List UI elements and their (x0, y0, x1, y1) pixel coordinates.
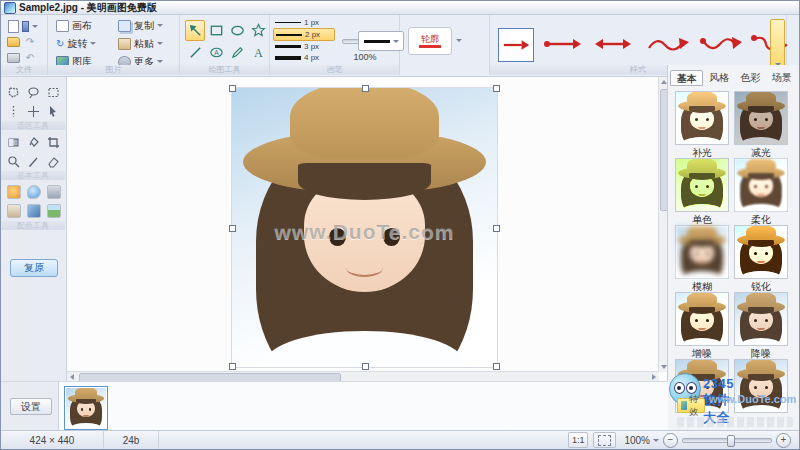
polygon-select-tool[interactable] (4, 83, 23, 101)
redo-button[interactable]: ↷ (22, 35, 38, 49)
ellipse-tool[interactable] (227, 20, 247, 41)
filter-fill-light[interactable]: 补光 (675, 91, 729, 160)
tab-style[interactable]: 风格 (703, 70, 734, 86)
outline-label: 轮廓 (421, 35, 439, 44)
line-width-3px[interactable]: 3 px (273, 41, 335, 52)
rotate-dropdown-icon[interactable] (90, 42, 96, 45)
paste-dropdown-icon[interactable] (157, 42, 163, 45)
frame-tool[interactable] (4, 202, 23, 220)
zoom-slider-handle[interactable] (727, 435, 735, 447)
filter-thumb-extra-left[interactable] (675, 359, 729, 413)
zoom-tool[interactable] (4, 152, 23, 170)
zoom-in-button[interactable]: + (776, 433, 791, 448)
freehand-select-tool[interactable] (4, 102, 23, 120)
star-tool[interactable] (248, 20, 268, 41)
basic-tools-label: 基本工具 (1, 171, 65, 180)
copy-label: 复制 (134, 19, 154, 33)
line-width-2px[interactable]: 2 px (273, 28, 335, 41)
edited-photo[interactable]: www.DuoTe.com (232, 88, 497, 367)
crosshair-select-tool[interactable] (24, 102, 43, 120)
print-button[interactable] (5, 51, 21, 65)
brush-group-label: 画笔 (270, 65, 399, 75)
select-arrow-tool[interactable] (185, 20, 205, 41)
waterdrop-tool[interactable] (24, 183, 43, 201)
line-tool[interactable] (185, 42, 205, 63)
fill-tool[interactable] (24, 133, 43, 151)
pencil-icon (230, 45, 245, 60)
callout-tool[interactable]: A (206, 42, 226, 63)
line-width-1px[interactable]: 1 px (273, 17, 335, 28)
zoom-dropdown-icon[interactable] (653, 439, 659, 442)
rotate-button[interactable]: ↻ 旋转 (54, 36, 98, 51)
texture-tool[interactable] (44, 183, 63, 201)
pen-tool[interactable] (24, 152, 43, 170)
rectangle-tool[interactable] (206, 20, 226, 41)
selection-handle-sw[interactable] (229, 363, 236, 370)
restore-button[interactable]: 复原 (10, 259, 58, 277)
copy-button[interactable]: 复制 (116, 18, 165, 33)
new-file-button[interactable] (5, 19, 21, 33)
tab-color[interactable]: 色彩 (735, 70, 766, 86)
selection-handle-ne[interactable] (493, 85, 500, 92)
lasso-tool[interactable] (24, 83, 43, 101)
zoom-out-button[interactable]: − (663, 433, 678, 448)
save-button[interactable] (22, 19, 38, 33)
copy-dropdown-icon[interactable] (157, 24, 163, 27)
title-bar[interactable]: Sample2.jpg - 美明画图免费版 (1, 1, 799, 15)
crop-tool[interactable] (44, 133, 63, 151)
eraser-tool[interactable] (44, 152, 63, 170)
selection-handle-nw[interactable] (229, 85, 236, 92)
line-style-dropdown[interactable] (358, 31, 404, 51)
arrow-style-double[interactable] (592, 33, 634, 55)
fit-window-button[interactable] (593, 432, 616, 448)
filter-denoise[interactable]: 降噪 (734, 292, 788, 361)
settings-button[interactable]: 设置 (10, 398, 52, 415)
save-dropdown-icon[interactable] (32, 25, 38, 28)
selection-handle-s[interactable] (362, 363, 369, 370)
outline-dropdown-icon[interactable] (456, 39, 462, 42)
move-tool[interactable] (44, 102, 63, 120)
text-tool[interactable]: A (248, 42, 268, 63)
arrow-style-dot-straight[interactable] (542, 33, 584, 55)
open-folder-icon (7, 37, 20, 47)
filter-sharpen[interactable]: 锐化 (734, 225, 788, 294)
line-width-4px[interactable]: 4 px (273, 52, 335, 63)
undo-button[interactable]: ↶ (22, 51, 38, 65)
new-page-icon (8, 20, 19, 33)
filter-soften[interactable]: 柔化 (734, 158, 788, 227)
gradient-tool[interactable] (4, 133, 23, 151)
canvas-button[interactable]: 画布 (54, 18, 94, 33)
selection-handle-w[interactable] (229, 225, 236, 232)
tab-scene[interactable]: 场景 (766, 70, 797, 86)
style-gallery-dropdown-button[interactable] (770, 19, 785, 71)
photo-effect-tool[interactable] (24, 202, 43, 220)
filter-dim-light[interactable]: 减光 (734, 91, 788, 160)
rect-select-tool[interactable] (44, 83, 63, 101)
selection-handle-n[interactable] (362, 85, 369, 92)
scene-tool[interactable] (44, 202, 63, 220)
arrow-style-dot-wave[interactable] (698, 33, 744, 57)
more-dropdown-icon[interactable] (157, 60, 163, 63)
save-icon (22, 21, 29, 32)
tab-basic[interactable]: 基本 (670, 70, 703, 86)
canvas-area[interactable]: www.DuoTe.com (67, 77, 669, 382)
selection-handle-e[interactable] (493, 225, 500, 232)
rect-select-icon (47, 86, 60, 99)
filter-blur[interactable]: 模糊 (675, 225, 729, 294)
image-group-label: 图片 (48, 65, 179, 75)
copy-icon (118, 20, 131, 32)
arrow-style-wave[interactable] (646, 33, 692, 57)
actual-size-button[interactable]: 1:1 (568, 432, 589, 448)
arrow-style-straight[interactable] (498, 28, 534, 62)
selection-handle-se[interactable] (493, 363, 500, 370)
filter-monochrome[interactable]: 单色 (675, 158, 729, 227)
filter-thumb-extra-right[interactable] (734, 359, 788, 413)
softlight-tool[interactable] (4, 183, 23, 201)
pencil-tool[interactable] (227, 42, 247, 63)
outline-color-button[interactable]: 轮廓 (408, 27, 452, 55)
open-file-button[interactable] (5, 35, 21, 49)
filmstrip-thumbnail[interactable] (64, 386, 108, 430)
zoom-slider[interactable] (682, 438, 772, 443)
paste-button[interactable]: 粘贴 (116, 36, 165, 51)
filter-add-noise[interactable]: 增噪 (675, 292, 729, 361)
